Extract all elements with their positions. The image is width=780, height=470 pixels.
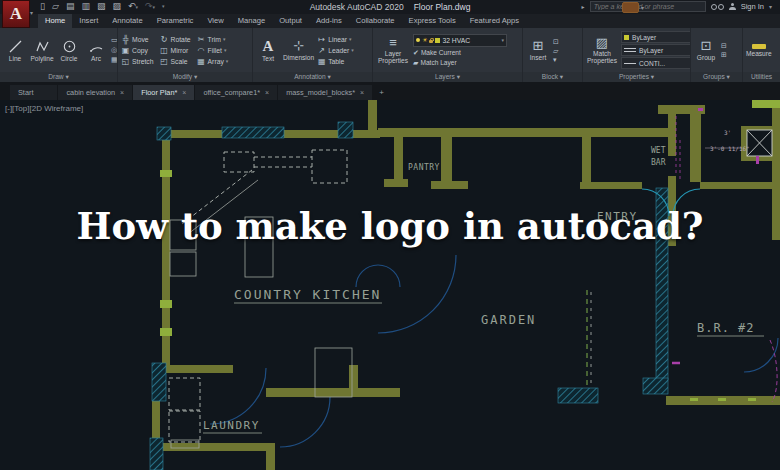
move-tool[interactable]: ╬Move <box>121 35 154 44</box>
new-tab-button[interactable]: + <box>373 85 390 100</box>
lineweight-dropdown[interactable]: ByLayer▾ <box>621 44 690 56</box>
match-layer-tool[interactable]: ▰Match Layer <box>413 59 507 67</box>
match-layer-icon: ▰ <box>413 59 418 67</box>
fillet-tool[interactable]: ◠Fillet▾ <box>197 46 229 55</box>
tab-express-tools[interactable]: Express Tools <box>402 14 463 28</box>
tab-manage[interactable]: Manage <box>231 14 272 28</box>
polyline-tool[interactable]: Polyline <box>30 39 54 62</box>
viewport-controls[interactable]: [-][Top][2D Wireframe] <box>5 104 83 113</box>
file-tab-floor-plan[interactable]: Floor Plan*× <box>133 85 194 100</box>
rotate-tool[interactable]: ↻Rotate <box>160 35 191 44</box>
close-tab-icon[interactable]: × <box>265 85 269 100</box>
text-icon: A <box>263 39 274 54</box>
tab-parametric[interactable]: Parametric <box>150 14 201 28</box>
copy-tool[interactable]: ▣Copy <box>121 46 154 55</box>
tab-featured-apps[interactable]: Featured Apps <box>463 14 526 28</box>
layer-properties-tool[interactable]: ≡ Layer Properties <box>376 36 410 64</box>
block-panel-label[interactable]: Block ▾ <box>523 72 582 82</box>
match-properties-tool[interactable]: ▨ Match Properties <box>586 36 618 64</box>
panel-annotation: A Text ⊹ Dimension ↦Linear▾ ↗Leader▾ ▦Ta… <box>253 28 373 82</box>
measure-icon <box>752 44 766 49</box>
dimension-small: 3' <box>724 129 731 136</box>
properties-panel-label[interactable]: Properties ▾ <box>583 72 690 82</box>
linetype-icon <box>624 63 636 64</box>
rectangle-tool-icon[interactable]: ▭▾ <box>111 36 117 44</box>
layer-dropdown[interactable]: ☀ 32 HVAC ▾ <box>413 34 507 47</box>
ribbon: Line Polyline Circle Arc ▭▾ ◎▾ ▦▾ <box>0 28 780 83</box>
arc-tool[interactable]: Arc <box>84 39 108 62</box>
tab-view[interactable]: View <box>200 14 230 28</box>
user-icon[interactable] <box>729 3 736 10</box>
hatch-tool-icon[interactable]: ▦▾ <box>111 56 117 64</box>
file-tab-office-compare[interactable]: office_compare1*× <box>195 85 277 100</box>
groups-panel-label[interactable]: Groups ▾ <box>691 72 742 82</box>
ellipse-tool-icon[interactable]: ◎▾ <box>111 46 117 54</box>
utilities-panel-label[interactable]: Utilities <box>743 72 780 82</box>
copy-icon: ▣ <box>121 46 130 55</box>
tab-output[interactable]: Output <box>272 14 309 28</box>
help-search-input[interactable] <box>590 1 706 12</box>
dimension-tool[interactable]: ⊹ Dimension <box>283 39 314 61</box>
edit-block-icon[interactable]: ▱ <box>553 47 559 54</box>
fillet-icon: ◠ <box>197 46 206 55</box>
insert-block-tool[interactable]: ⊞ Insert <box>526 39 550 61</box>
search-expand-icon[interactable]: ▸ <box>582 3 585 10</box>
close-tab-icon[interactable]: × <box>120 85 124 100</box>
group-edit-icon[interactable]: ⊞ <box>721 51 727 58</box>
circle-tool[interactable]: Circle <box>57 39 81 62</box>
tab-insert[interactable]: Insert <box>72 14 105 28</box>
measure-tool[interactable]: Measure <box>746 44 772 57</box>
line-tool[interactable]: Line <box>3 39 27 62</box>
media-caret-icon[interactable]: ▾ <box>641 4 644 11</box>
object-color-dropdown[interactable]: ByLayer▾ <box>621 31 690 43</box>
modify-panel-label[interactable]: Modify ▾ <box>118 72 252 82</box>
tab-add-ins[interactable]: Add-ins <box>309 14 349 28</box>
tab-home[interactable]: Home <box>38 14 72 28</box>
make-current-tool[interactable]: ✔Make Current <box>413 49 507 57</box>
layers-panel-label[interactable]: Layers ▾ <box>373 72 522 82</box>
file-tab-mass-model-blocks[interactable]: mass_model_blocks*× <box>278 85 372 100</box>
ungroup-icon[interactable]: ⊟ <box>721 42 727 49</box>
draw-panel-label[interactable]: Draw ▾ <box>0 72 117 82</box>
floor-plan-drawing[interactable]: PANTRY WET BAR ENTRY COUNTRY KITCHEN GAR… <box>0 100 780 470</box>
layer-properties-icon: ≡ <box>389 36 397 50</box>
titlebar-caret-icon[interactable]: ▾ <box>769 3 772 10</box>
ribbon-tab-row: Home Insert Annotate Parametric View Man… <box>0 14 780 28</box>
linear-dim-tool[interactable]: ↦Linear▾ <box>317 35 354 44</box>
panel-block: ⊞ Insert ⊡ ▱ ▾ Block ▾ <box>523 28 583 82</box>
array-tool[interactable]: ▦Array▾ <box>197 57 229 66</box>
scale-icon: ◰ <box>160 57 169 66</box>
walls <box>152 100 780 470</box>
app-menu-caret-icon[interactable]: ▾ <box>30 9 33 16</box>
mirror-tool[interactable]: ◫Mirror <box>160 46 191 55</box>
trim-tool[interactable]: ✂Trim▾ <box>197 35 229 44</box>
make-current-icon: ✔ <box>413 49 419 57</box>
leader-tool[interactable]: ↗Leader▾ <box>317 46 354 55</box>
panel-utilities: Measure Utilities <box>743 28 780 82</box>
tab-annotate[interactable]: Annotate <box>105 14 149 28</box>
sign-in-button[interactable]: Sign In <box>741 2 764 11</box>
search-icon[interactable] <box>711 4 724 10</box>
file-tab-cabin-elevation[interactable]: cabin elevation× <box>58 85 132 100</box>
tab-collaborate[interactable]: Collaborate <box>349 14 402 28</box>
close-tab-icon[interactable]: × <box>182 85 186 100</box>
stretch-tool[interactable]: ◱Stretch <box>121 57 154 66</box>
color-swatch <box>624 35 629 40</box>
linetype-dropdown[interactable]: CONTI...▾ <box>621 57 690 69</box>
trim-icon: ✂ <box>197 35 206 44</box>
layer-lock-icon <box>429 40 433 43</box>
scale-tool[interactable]: ◰Scale <box>160 57 191 66</box>
close-tab-icon[interactable]: × <box>360 85 364 100</box>
block-attributes-icon[interactable]: ▾ <box>553 56 559 63</box>
create-block-icon[interactable]: ⊡ <box>553 38 559 45</box>
group-tool[interactable]: ⊡ Group <box>694 39 718 61</box>
drawing-area[interactable]: [-][Top][2D Wireframe] <box>0 100 780 470</box>
document-name: Floor Plan.dwg <box>414 2 471 12</box>
table-tool[interactable]: ▦Table <box>317 57 354 66</box>
file-tab-start[interactable]: Start <box>10 85 57 100</box>
text-tool[interactable]: A Text <box>256 39 280 62</box>
media-icon[interactable] <box>622 2 639 13</box>
stretch-icon: ◱ <box>121 57 130 66</box>
app-logo[interactable]: A <box>2 0 30 28</box>
annotation-panel-label[interactable]: Annotation ▾ <box>253 72 372 82</box>
